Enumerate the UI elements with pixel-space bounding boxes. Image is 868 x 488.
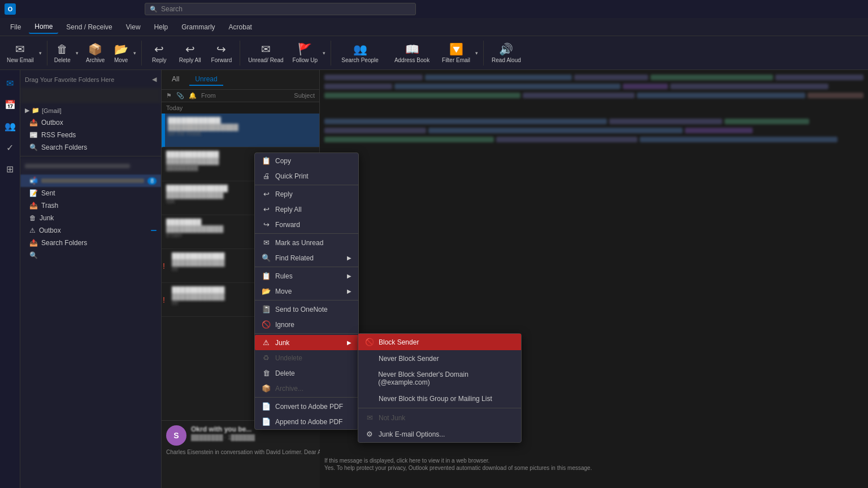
preview-title: Okrd with you be... [191, 425, 255, 433]
rules-arrow: ▶ [347, 273, 351, 279]
search-people-button[interactable]: 👥 Search People [335, 38, 385, 68]
ctx-quick-print[interactable]: 🖨 Quick Print [255, 168, 358, 184]
delete-arrow[interactable]: ▾ [74, 38, 80, 68]
follow-up-group: 🚩 Follow Up ▾ [289, 38, 327, 68]
menu-grammarly[interactable]: Grammarly [176, 21, 220, 33]
junk-never-block-group[interactable]: Never Block this Group or Mailing List [358, 390, 521, 407]
nav-tasks[interactable]: ✓ [2, 139, 19, 156]
ctx-mark-unread[interactable]: ✉ Mark as Unread [255, 235, 358, 250]
folder-outbox-1[interactable]: 📤 Outbox [20, 116, 161, 129]
ctx-send-onenote[interactable]: 📓 Send to OneNote [255, 302, 358, 317]
tab-all[interactable]: All [166, 73, 185, 86]
menu-home[interactable]: Home [29, 20, 58, 34]
folder-junk[interactable]: ⚠ Outbox [20, 224, 161, 237]
ribbon-divider-1 [47, 41, 47, 66]
ribbon-divider-5 [483, 41, 484, 66]
move-group: 📂 Move ▾ [111, 38, 138, 68]
ctx-undelete-icon: ♻ [262, 354, 271, 362]
nav-apps[interactable]: ⊞ [2, 160, 19, 177]
today-header: Today [162, 102, 319, 114]
folder-gmail-group[interactable]: ▶ 📁 [Gmail] [20, 104, 161, 116]
folder-rss-feeds[interactable]: 📰 RSS Feeds [20, 129, 161, 141]
search-bar[interactable]: 🔍 Search [145, 3, 416, 15]
tab-unread[interactable]: Unread [189, 73, 223, 86]
never-block-domain-icon [365, 374, 374, 383]
folder-outbox-2[interactable]: 📤 Search Folders [20, 237, 161, 249]
menu-help[interactable]: Help [149, 21, 174, 33]
menu-view[interactable]: View [120, 21, 146, 33]
ribbon: ✉ New Email ▾ 🗑 Delete ▾ 📦 Archive 📂 Mov… [0, 36, 868, 70]
nav-people[interactable]: 👥 [2, 117, 19, 134]
folder-trash[interactable]: 🗑 Junk [20, 212, 161, 224]
ctx-ignore[interactable]: 🚫 Ignore [255, 317, 358, 332]
ctx-rules[interactable]: 📋 Rules ▶ [255, 268, 358, 284]
ctx-reply-all[interactable]: ↩ Reply All [255, 202, 358, 217]
ctx-convert-adobe[interactable]: 📄 Convert to Adobe PDF [255, 399, 358, 414]
email-list-header: All Unread [162, 70, 319, 90]
ctx-delete[interactable]: 🗑 Delete [255, 365, 358, 381]
junk-arrow: ▶ [347, 339, 351, 346]
ctx-adobe-icon: 📄 [262, 402, 271, 411]
folder-inbox[interactable]: 📬 8 [20, 175, 161, 187]
folder-drafts[interactable]: 📝 Sent [20, 187, 161, 199]
forward-button[interactable]: ↪ Forward [207, 38, 237, 68]
junk-count [151, 230, 157, 231]
email-body-blurred [324, 75, 863, 142]
follow-up-arrow[interactable]: ▾ [321, 38, 327, 68]
ctx-undelete: ♻ Undelete [255, 350, 358, 365]
junk-never-block-domain[interactable]: Never Block Sender's Domain (@example.co… [358, 367, 521, 390]
ctx-junk[interactable]: ⚠ Junk ▶ [255, 335, 358, 350]
nav-calendar[interactable]: 📅 [2, 96, 19, 113]
menu-send-receive[interactable]: Send / Receive [60, 21, 118, 33]
sidebar-collapse-icon[interactable]: ◀ [152, 76, 157, 83]
email-item-1[interactable]: ████████████ ████████████████ set the mo… [162, 114, 319, 147]
folder-search-2[interactable]: 🔍 [20, 249, 161, 262]
filter-email-group: 🔽 Filter Email ▾ [439, 38, 480, 68]
address-book-button[interactable]: 📖 Address Book [387, 38, 437, 68]
delete-button[interactable]: 🗑 Delete [51, 38, 74, 68]
ctx-append-icon: 📄 [262, 417, 271, 426]
ribbon-divider-2 [141, 41, 142, 66]
junk-block-sender[interactable]: 🚫 Block Sender [358, 334, 521, 350]
unread-read-button[interactable]: ✉ Unread/ Read [244, 38, 288, 68]
ctx-divider-5 [255, 333, 358, 334]
quick-print-icon: 🖨 [262, 172, 271, 180]
new-email-group: ✉ New Email ▾ [3, 38, 44, 68]
ctx-forward[interactable]: ↪ Forward [255, 217, 358, 232]
reply-button[interactable]: ↩ Reply [145, 38, 173, 68]
ctx-archive: 📦 Archive... [255, 381, 358, 396]
ctx-move[interactable]: 📂 Move ▶ [255, 284, 358, 299]
move-button[interactable]: 📂 Move [111, 38, 132, 68]
move-ctx-arrow: ▶ [347, 288, 351, 294]
new-email-button[interactable]: ✉ New Email [3, 38, 37, 68]
follow-up-button[interactable]: 🚩 Follow Up [289, 38, 321, 68]
filter-email-button[interactable]: 🔽 Filter Email [439, 38, 474, 68]
ctx-append-adobe[interactable]: 📄 Append to Adobe PDF [255, 414, 358, 429]
folder-sent[interactable]: 📤 Trash [20, 199, 161, 212]
ctx-find-related[interactable]: 🔍 Find Related ▶ [255, 250, 358, 265]
menu-acrobat[interactable]: Acrobat [223, 21, 258, 33]
ctx-mark-icon: ✉ [262, 238, 271, 247]
address-book-icon: 📖 [405, 42, 419, 56]
move-arrow[interactable]: ▾ [132, 38, 138, 68]
ctx-reply[interactable]: ↩ Reply [255, 186, 358, 202]
nav-mail[interactable]: ✉ [2, 75, 19, 91]
title-bar: O 🔍 Search [0, 0, 868, 18]
filter-arrow[interactable]: ▾ [474, 38, 480, 68]
read-aloud-button[interactable]: 🔊 Read Aloud [487, 38, 526, 68]
ctx-copy[interactable]: 📋 Copy [255, 153, 358, 168]
menu-file[interactable]: File [5, 21, 27, 33]
junk-never-block-sender[interactable]: Never Block Sender [358, 350, 521, 367]
archive-button[interactable]: 📦 Archive [81, 38, 110, 68]
forward-icon: ↪ [216, 42, 226, 56]
ctx-divider-1 [255, 185, 358, 185]
folder-search-1[interactable]: 🔍 Search Folders [20, 141, 161, 154]
col-icon-1: ⚑ [166, 92, 172, 99]
new-email-arrow[interactable]: ▾ [37, 38, 44, 68]
delete-icon: 🗑 [57, 43, 68, 56]
reply-all-button[interactable]: ↩ Reply All [175, 38, 206, 68]
menu-bar: File Home Send / Receive View Help Gramm… [0, 18, 868, 36]
new-email-icon: ✉ [15, 42, 25, 56]
junk-email-options[interactable]: ⚙ Junk E-mail Options... [358, 426, 521, 442]
ctx-divider-6 [255, 397, 358, 398]
